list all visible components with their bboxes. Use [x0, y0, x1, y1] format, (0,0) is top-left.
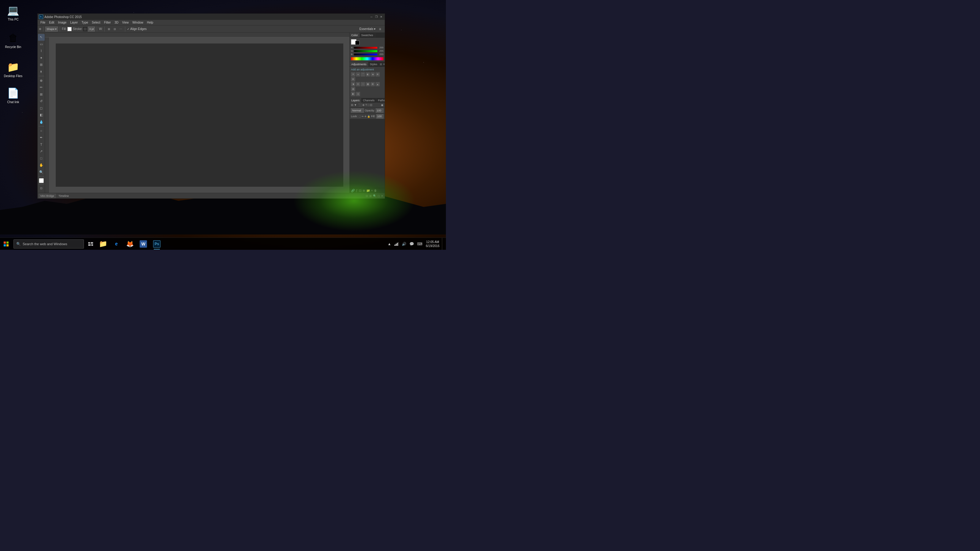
layer-filter-type[interactable]: T: [365, 103, 367, 106]
adj-panel-menu[interactable]: ⊞: [380, 63, 382, 66]
layer-delete-icon[interactable]: 🗑: [374, 189, 377, 192]
bottom-icon-1[interactable]: ⊟: [366, 194, 368, 197]
tool-select-rect[interactable]: ▭: [38, 41, 45, 48]
color-spectrum[interactable]: [351, 57, 383, 60]
mini-bridge-tab[interactable]: Mini Bridge: [39, 194, 56, 198]
layer-filter-smart[interactable]: ⊡: [370, 103, 372, 106]
adj-icon-bw[interactable]: ◑: [351, 82, 355, 86]
menu-view[interactable]: View: [121, 21, 130, 24]
menu-file[interactable]: File: [39, 21, 47, 24]
tab-adjustments[interactable]: Adjustments: [350, 62, 368, 67]
opacity-input[interactable]: 100: [376, 108, 383, 113]
tab-layers[interactable]: Layers: [350, 98, 361, 103]
taskbar-app-firefox[interactable]: 🦊: [123, 238, 137, 250]
menu-window[interactable]: Window: [131, 21, 145, 24]
adj-icon-vibrance[interactable]: ◈: [371, 72, 375, 76]
path-align-btn[interactable]: ⊟: [112, 27, 117, 32]
layer-group-icon[interactable]: 📁: [366, 189, 370, 192]
layer-new-icon[interactable]: +: [371, 189, 373, 192]
bottom-icon-2[interactable]: ⊞: [369, 194, 372, 197]
keyboard-icon[interactable]: ⌨: [416, 238, 423, 250]
adj-icon-posterize[interactable]: ▲: [375, 82, 380, 86]
layer-link-icon[interactable]: 🔗: [351, 189, 355, 192]
tool-eraser[interactable]: ◻: [38, 105, 45, 111]
path-arrange-btn[interactable]: ⋯: [118, 27, 123, 32]
tool-preset-picker[interactable]: ⚙: [39, 27, 41, 30]
tool-shape[interactable]: □: [38, 155, 45, 162]
adj-icon-selective-color[interactable]: ◫: [356, 92, 360, 96]
menu-filter[interactable]: Filter: [103, 21, 112, 24]
align-edges-option[interactable]: ✓ Align Edges: [127, 27, 146, 30]
taskbar-app-photoshop[interactable]: Ps: [150, 238, 164, 250]
tab-swatches[interactable]: Swatches: [360, 33, 375, 37]
show-hidden-icons-button[interactable]: ▲: [387, 238, 393, 250]
tool-pen[interactable]: ✒: [38, 134, 45, 141]
blend-mode-dropdown[interactable]: Normal: [351, 108, 364, 113]
lock-transparent-icon[interactable]: ⬚: [359, 115, 361, 118]
adj-icon-threshold[interactable]: ▧: [351, 87, 355, 91]
menu-select[interactable]: Select: [90, 21, 102, 24]
menu-layer[interactable]: Layer: [68, 21, 79, 24]
tool-crop[interactable]: ⊞: [38, 62, 45, 68]
layer-adj-icon[interactable]: ⊕: [363, 189, 365, 192]
stroke-width-dropdown[interactable]: 3 pt: [88, 27, 95, 32]
tool-magic-wand[interactable]: ✦: [38, 55, 45, 62]
tab-styles[interactable]: Styles: [368, 62, 379, 67]
adj-icon-color-balance[interactable]: ⊞: [351, 77, 355, 81]
menu-edit[interactable]: Edit: [48, 21, 56, 24]
shape-dropdown[interactable]: Shape ▾: [45, 27, 58, 32]
bottom-icon-5[interactable]: ✕: [381, 194, 383, 197]
path-ops-btn[interactable]: ⊞: [107, 27, 111, 32]
tool-brush[interactable]: ✏: [38, 84, 45, 91]
layer-mask-icon[interactable]: ⊡: [359, 189, 361, 192]
tool-text[interactable]: T: [38, 141, 45, 148]
search-box[interactable]: 🔍 Search the web and Windows: [13, 240, 84, 249]
notification-icon[interactable]: 💬: [408, 238, 415, 250]
lock-position-icon[interactable]: ✛: [364, 115, 367, 118]
tool-heal-brush[interactable]: ⊕: [38, 77, 45, 84]
adj-icon-brightness[interactable]: ☀: [351, 72, 355, 76]
adj-icon-invert[interactable]: ⊠: [371, 82, 375, 86]
tab-paths[interactable]: Paths: [376, 98, 385, 103]
essentials-button[interactable]: Essentials ▾: [359, 27, 375, 30]
fill-input[interactable]: 100: [376, 114, 383, 119]
close-button[interactable]: ✕: [379, 15, 383, 19]
timeline-tab[interactable]: Timeline: [57, 194, 70, 198]
adj-icon-hsl[interactable]: ⊕: [375, 72, 380, 76]
lock-pixels-icon[interactable]: ✏: [362, 115, 364, 118]
tool-zoom[interactable]: 🔍: [38, 169, 45, 175]
tab-color[interactable]: Color: [350, 33, 360, 37]
menu-help[interactable]: Help: [145, 21, 155, 24]
taskbar-app-word[interactable]: W: [137, 238, 150, 250]
ps-canvas-area[interactable]: [49, 37, 350, 193]
adj-icon-color-lookup[interactable]: ▦: [366, 82, 370, 86]
layer-filter-icon[interactable]: ⊟: [351, 103, 353, 106]
adj-icon-curves[interactable]: ⌒: [361, 72, 365, 76]
show-desktop-button[interactable]: [442, 238, 445, 250]
tool-eyedropper[interactable]: 🖈: [38, 68, 45, 75]
tool-screen-mode[interactable]: ⊡: [38, 185, 45, 192]
desktop-icon-chat-link[interactable]: 📄 Chat link: [2, 86, 24, 105]
bottom-icon-4[interactable]: ◻: [378, 194, 380, 197]
blue-slider[interactable]: [354, 54, 377, 56]
fill-swatch[interactable]: [67, 27, 72, 31]
tool-lasso[interactable]: ⌇: [38, 48, 45, 54]
tab-channels[interactable]: Channels: [361, 98, 376, 103]
layer-filter-adj[interactable]: ⊕: [362, 103, 365, 106]
menu-image[interactable]: Image: [56, 21, 68, 24]
layer-filter-pixel[interactable]: ⬛: [358, 103, 362, 106]
minimize-button[interactable]: ─: [369, 15, 374, 19]
layer-filter-toggle[interactable]: ◉: [381, 103, 383, 106]
red-slider[interactable]: [354, 47, 377, 49]
tool-blur[interactable]: 💧: [38, 119, 45, 125]
layer-filter-shape[interactable]: □: [368, 103, 369, 106]
menu-type[interactable]: Type: [80, 21, 90, 24]
tool-gradient[interactable]: ◧: [38, 112, 45, 119]
adj-icon-levels[interactable]: ≡: [356, 72, 360, 76]
tool-dodge[interactable]: ○: [38, 127, 45, 134]
desktop-icon-desktop-files[interactable]: 📁 Desktop Files: [2, 60, 24, 79]
tool-move[interactable]: ↖: [38, 34, 45, 41]
tool-clone-stamp[interactable]: ⊞: [38, 91, 45, 98]
restore-button[interactable]: ❐: [374, 15, 379, 19]
tool-hand[interactable]: ✋: [38, 162, 45, 169]
